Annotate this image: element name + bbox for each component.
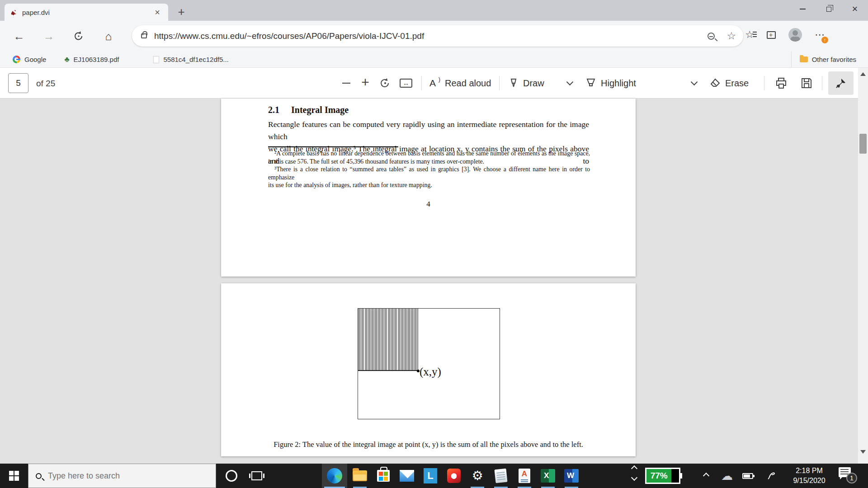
page-number-input[interactable] bbox=[8, 73, 28, 93]
highlight-options-chevron[interactable] bbox=[687, 71, 701, 95]
bookmark-ej-pdf[interactable]: ♣ EJ1063189.pdf bbox=[64, 55, 119, 64]
draw-button[interactable]: Draw bbox=[509, 71, 544, 95]
browser-tab[interactable]: paper.dvi × bbox=[5, 4, 168, 21]
minimize-button[interactable] bbox=[789, 0, 816, 18]
task-view-button[interactable] bbox=[246, 464, 268, 488]
footnote-line: in this case 576. The full set of 45,396… bbox=[268, 158, 590, 166]
other-favorites-label: Other favorites bbox=[812, 56, 856, 63]
scrollbar-down-arrow[interactable] bbox=[860, 450, 866, 454]
add-favorite-star-icon[interactable]: ☆ bbox=[726, 30, 736, 42]
save-button[interactable] bbox=[797, 71, 816, 95]
taskbar-search[interactable] bbox=[28, 464, 216, 488]
taskbar-app-settings[interactable]: ⚙ bbox=[467, 464, 488, 488]
taskbar-app-office[interactable] bbox=[443, 464, 465, 488]
cortana-button[interactable] bbox=[221, 464, 242, 488]
pen-tray-icon[interactable] bbox=[761, 464, 781, 488]
rotate-icon bbox=[379, 77, 391, 89]
notification-badge[interactable]: 1 bbox=[846, 473, 857, 483]
new-tab-button[interactable]: + bbox=[175, 5, 188, 19]
taskbar-app-notepad[interactable] bbox=[490, 464, 512, 488]
zoom-search-icon[interactable] bbox=[708, 33, 715, 40]
taskbar-app-mail[interactable] bbox=[396, 464, 418, 488]
battery-nub bbox=[680, 473, 682, 479]
notepad-icon bbox=[495, 469, 508, 483]
google-favicon-icon bbox=[13, 56, 20, 63]
settings-menu-icon[interactable]: ⋯↑ bbox=[815, 29, 825, 41]
back-button[interactable]: ← bbox=[11, 28, 27, 44]
taskbar-app-edge[interactable] bbox=[322, 464, 347, 488]
minus-icon bbox=[342, 83, 350, 84]
profile-avatar[interactable] bbox=[788, 28, 802, 42]
footnote-line: ²A complete basis has no linear dependen… bbox=[268, 150, 590, 158]
printer-icon bbox=[775, 77, 787, 89]
bookmarks-bar: Google ♣ EJ1063189.pdf 5581c4_df1ec12df5… bbox=[0, 52, 868, 68]
bookmark-label: EJ1063189.pdf bbox=[74, 56, 119, 63]
taskbar-clock[interactable]: 2:18 PM 9/15/2020 bbox=[786, 466, 833, 486]
taskbar-app-l[interactable]: L bbox=[420, 464, 441, 488]
integral-shaded-region bbox=[358, 309, 418, 371]
erase-button[interactable]: Erase bbox=[710, 71, 749, 95]
url-input[interactable] bbox=[154, 31, 704, 41]
zoom-out-button[interactable] bbox=[338, 71, 354, 95]
battery-meter-widget[interactable]: 77% bbox=[645, 468, 680, 484]
forward-button[interactable]: → bbox=[41, 28, 57, 44]
erase-label: Erase bbox=[725, 78, 749, 89]
restore-button[interactable] bbox=[816, 0, 842, 18]
search-icon bbox=[36, 473, 42, 479]
scrollbar-up-arrow[interactable] bbox=[860, 72, 866, 76]
toolbar-right-icons: ☆ ⋯↑ bbox=[745, 28, 825, 42]
pin-toolbar-button[interactable] bbox=[828, 71, 854, 95]
section-number: 2.1 bbox=[268, 105, 279, 115]
tab-favicon-dragon-icon bbox=[10, 9, 18, 16]
draw-options-chevron[interactable] bbox=[563, 71, 576, 95]
highlight-button[interactable]: Highlight bbox=[585, 71, 636, 95]
taskbar-app-store[interactable] bbox=[373, 464, 394, 488]
chevron-down-icon bbox=[566, 79, 573, 86]
bookmark-google[interactable]: Google bbox=[13, 56, 46, 63]
windows-logo-icon bbox=[9, 471, 19, 481]
search-input[interactable] bbox=[48, 471, 197, 481]
draw-label: Draw bbox=[523, 78, 544, 89]
file-explorer-icon bbox=[353, 470, 367, 481]
fit-width-icon: ↔ bbox=[400, 79, 412, 88]
tab-close-icon[interactable]: × bbox=[152, 7, 163, 18]
taskbar-app-file-explorer[interactable] bbox=[349, 464, 371, 488]
toolbar-divider bbox=[499, 76, 500, 90]
fit-to-width-button[interactable]: ↔ bbox=[396, 71, 416, 95]
wordpad-letter: A bbox=[522, 469, 527, 479]
battery-tray-icon[interactable] bbox=[738, 464, 758, 488]
battery-icon bbox=[742, 473, 753, 479]
onedrive-tray-icon[interactable]: ☁ bbox=[717, 464, 737, 488]
clock-time: 2:18 PM bbox=[786, 466, 833, 476]
taskbar-app-wordpad[interactable]: A bbox=[514, 464, 535, 488]
start-button[interactable] bbox=[0, 464, 28, 488]
taskbar-scroll-arrows[interactable] bbox=[632, 466, 637, 480]
collections-icon[interactable] bbox=[767, 31, 776, 39]
scroll-down-icon bbox=[631, 474, 637, 481]
print-button[interactable] bbox=[771, 71, 791, 95]
other-favorites-button[interactable]: Other favorites bbox=[791, 52, 856, 67]
folder-icon bbox=[800, 56, 808, 62]
taskbar-app-word[interactable]: W bbox=[561, 464, 582, 488]
rotate-button[interactable] bbox=[376, 71, 394, 95]
xy-label: (x,y) bbox=[420, 366, 441, 378]
favorites-icon[interactable]: ☆ bbox=[745, 29, 754, 41]
refresh-button[interactable] bbox=[71, 28, 87, 44]
toolbar-divider bbox=[764, 76, 764, 90]
taskbar-app-excel[interactable]: X bbox=[537, 464, 559, 488]
show-hidden-icons-button[interactable] bbox=[696, 464, 716, 488]
pen-icon bbox=[509, 78, 519, 89]
pdf-page-5: (x,y) Figure 2: The value of the integra… bbox=[221, 283, 636, 456]
address-bar[interactable]: ☆ bbox=[132, 25, 743, 47]
mail-icon bbox=[400, 470, 414, 482]
bookmark-5581c4[interactable]: 5581c4_df1ec12df5... bbox=[153, 56, 228, 63]
scrollbar-thumb[interactable] bbox=[859, 134, 867, 154]
scrollbar-track[interactable] bbox=[858, 68, 868, 464]
home-button[interactable]: ⌂ bbox=[100, 28, 117, 44]
minimize-icon bbox=[800, 9, 806, 9]
read-aloud-button[interactable]: A Read aloud bbox=[429, 71, 491, 95]
window-controls: × bbox=[789, 0, 868, 18]
zoom-in-button[interactable]: + bbox=[357, 71, 373, 95]
close-button[interactable]: × bbox=[842, 0, 868, 18]
clock-date: 9/15/2020 bbox=[786, 476, 833, 486]
